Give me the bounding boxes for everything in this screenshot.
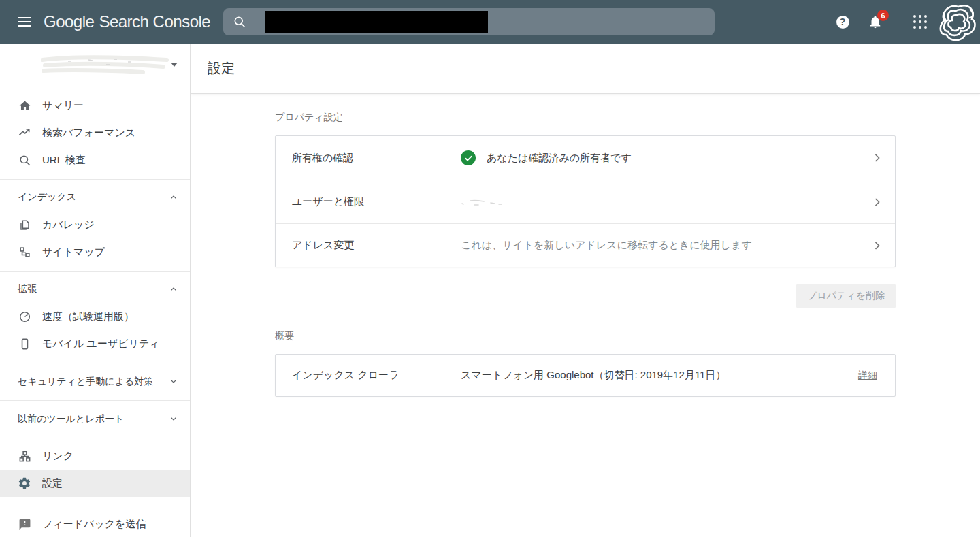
google-apps-button[interactable] bbox=[906, 8, 934, 35]
sidebar-item-sitemaps[interactable]: サイトマップ bbox=[0, 238, 190, 265]
page-title-bar: 設定 bbox=[191, 44, 980, 93]
users-permissions-row[interactable]: ユーザーと権限 bbox=[276, 180, 895, 223]
sidebar-item-label: サマリー bbox=[42, 99, 84, 112]
sidebar-section-legacy-tools[interactable]: 以前のツールとレポート bbox=[0, 405, 190, 432]
row-label: 所有権の確認 bbox=[292, 152, 461, 165]
sidebar-item-links[interactable]: リンク bbox=[0, 442, 190, 470]
section-label: インデックス bbox=[18, 191, 76, 204]
notifications-button[interactable]: 6 bbox=[862, 8, 889, 35]
chevron-down-icon bbox=[169, 377, 178, 385]
row-label: ユーザーと権限 bbox=[292, 195, 461, 208]
sidebar-item-performance[interactable]: 検索パフォーマンス bbox=[0, 119, 190, 146]
help-icon: ? bbox=[836, 16, 849, 29]
sidebar-item-label: モバイル ユーザビリティ bbox=[42, 338, 160, 351]
sidebar-item-url-inspection[interactable]: URL 検査 bbox=[0, 146, 190, 174]
row-value-text: スマートフォン用 Googlebot（切替日: 2019年12月11日） bbox=[461, 369, 858, 382]
top-app-bar: Google Search Console ? 6 bbox=[0, 0, 980, 44]
search-icon bbox=[233, 15, 246, 29]
row-value-text: あなたは確認済みの所有者です bbox=[487, 152, 632, 165]
notification-badge: 6 bbox=[877, 10, 889, 21]
sidebar-section-index[interactable]: インデックス bbox=[0, 184, 190, 211]
sidebar-item-label: カバレッジ bbox=[42, 218, 95, 231]
redacted-property-name bbox=[41, 53, 170, 78]
magnifier-icon bbox=[18, 153, 31, 167]
chevron-right-icon bbox=[870, 195, 884, 209]
sitemap-tree-icon bbox=[18, 245, 31, 259]
property-settings-card: 所有権の確認 あなたは確認済みの所有者です ユーザーと権限 bbox=[275, 135, 896, 267]
section-label: セキュリティと手動による対策 bbox=[18, 374, 154, 388]
sidebar-item-label: サイトマップ bbox=[42, 246, 105, 259]
search-input[interactable] bbox=[223, 8, 715, 35]
redacted-search-query bbox=[265, 11, 488, 33]
sidebar-item-label: 検索パフォーマンス bbox=[42, 127, 135, 140]
sidebar-item-label: フィードバックを送信 bbox=[42, 518, 146, 531]
chevron-up-icon bbox=[169, 193, 178, 201]
ownership-verification-row[interactable]: 所有権の確認 あなたは確認済みの所有者です bbox=[276, 136, 895, 180]
coverage-pages-icon bbox=[18, 218, 31, 231]
chevron-right-icon bbox=[870, 151, 884, 165]
redacted-user-value bbox=[461, 197, 515, 208]
sidebar-item-send-feedback[interactable]: フィードバックを送信 bbox=[0, 510, 190, 537]
overview-section-label: 概要 bbox=[275, 330, 896, 342]
sidebar-item-label: 速度（試験運用版） bbox=[42, 310, 134, 323]
speedometer-icon bbox=[18, 310, 31, 323]
property-settings-section-label: プロパティ設定 bbox=[275, 112, 896, 124]
sidebar-section-security-manual-actions[interactable]: セキュリティと手動による対策 bbox=[0, 368, 190, 395]
app-logo: Google Search Console bbox=[44, 12, 210, 31]
sidebar-item-settings[interactable]: 設定 bbox=[0, 470, 190, 497]
row-label: アドレス変更 bbox=[292, 239, 461, 252]
page-title: 設定 bbox=[208, 59, 235, 78]
gear-icon bbox=[18, 476, 31, 490]
logo-product: Search Console bbox=[99, 12, 210, 31]
property-selector[interactable] bbox=[0, 44, 190, 86]
row-label: インデックス クローラ bbox=[292, 369, 461, 382]
verified-check-icon bbox=[461, 150, 476, 165]
remove-property-button[interactable]: プロパティを削除 bbox=[796, 284, 896, 308]
home-icon bbox=[18, 99, 31, 112]
main-content: 設定 プロパティ設定 所有権の確認 あなたは確認済みの所有者です ユーザーと権限 bbox=[191, 44, 980, 537]
help-button[interactable]: ? bbox=[829, 8, 856, 35]
chevron-down-icon bbox=[171, 63, 178, 67]
sidebar-item-label: 設定 bbox=[42, 477, 63, 490]
sidebar-item-mobile-usability[interactable]: モバイル ユーザビリティ bbox=[0, 330, 190, 357]
avatar-scribble bbox=[938, 3, 976, 41]
mobile-phone-icon bbox=[18, 337, 31, 351]
sidebar-item-overview[interactable]: サマリー bbox=[0, 92, 190, 119]
section-label: 以前のツールとレポート bbox=[18, 412, 154, 425]
overview-card: インデックス クローラ スマートフォン用 Googlebot（切替日: 2019… bbox=[275, 354, 896, 397]
sidebar: サマリー 検索パフォーマンス URL 検査 インデックス カバレッジ bbox=[0, 44, 191, 537]
feedback-icon bbox=[18, 517, 31, 531]
chevron-down-icon bbox=[169, 414, 178, 423]
logo-google: Google bbox=[44, 12, 94, 31]
sidebar-item-label: URL 検査 bbox=[42, 154, 86, 167]
sidebar-section-enhancements[interactable]: 拡張 bbox=[0, 276, 190, 303]
chevron-right-icon bbox=[870, 239, 884, 253]
change-of-address-row[interactable]: アドレス変更 これは、サイトを新しいアドレスに移転するときに使用します bbox=[276, 223, 895, 267]
chevron-up-icon bbox=[169, 285, 178, 293]
indexing-crawler-row: インデックス クローラ スマートフォン用 Googlebot（切替日: 2019… bbox=[276, 355, 895, 396]
row-value-text: これは、サイトを新しいアドレスに移転するときに使用します bbox=[461, 239, 862, 252]
menu-hamburger-icon[interactable] bbox=[8, 5, 41, 38]
trending-up-icon bbox=[18, 126, 31, 140]
sidebar-item-label: リンク bbox=[42, 450, 74, 463]
sidebar-item-coverage[interactable]: カバレッジ bbox=[0, 211, 190, 238]
apps-grid-icon bbox=[913, 15, 927, 29]
section-label: 拡張 bbox=[18, 283, 37, 295]
sidebar-item-speed[interactable]: 速度（試験運用版） bbox=[0, 303, 190, 330]
links-tree-icon bbox=[18, 449, 31, 463]
detail-link[interactable]: 詳細 bbox=[858, 370, 877, 382]
avatar[interactable] bbox=[938, 3, 976, 41]
